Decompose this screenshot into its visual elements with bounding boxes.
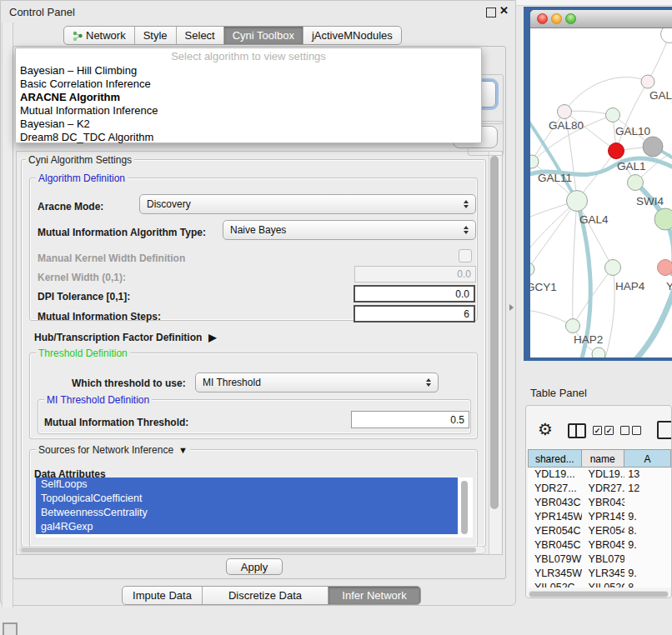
splitter-grip-icon[interactable] <box>509 304 514 311</box>
tab-jactivemnodules[interactable]: jActiveMNodules <box>303 27 401 44</box>
node-gray[interactable] <box>643 137 663 157</box>
unchecked-checkbox-icon[interactable] <box>632 426 641 435</box>
node-table: shared... name A YDL19...YDL19...13 YDR2… <box>528 449 671 588</box>
minimize-traffic-light-icon[interactable] <box>551 13 562 24</box>
node-hap2[interactable] <box>566 319 580 333</box>
node-label: HAP4 <box>615 280 645 292</box>
combo-stepper-icon <box>464 226 469 234</box>
tab-network[interactable]: Network <box>64 27 135 44</box>
table-row[interactable]: YBR043CYBR043C <box>528 496 671 510</box>
aracne-mode-label: Aracne Mode: <box>38 201 103 212</box>
node-label: GAL11 <box>538 172 572 184</box>
node-bottom[interactable] <box>592 348 605 358</box>
node-label: GAL1 <box>617 160 646 172</box>
mi-steps-field[interactable] <box>354 305 475 322</box>
column-header-partial[interactable]: A <box>624 449 671 468</box>
dropdown-option[interactable]: Dream8 DC_TDC Algorithm <box>16 131 481 144</box>
table-row[interactable]: YBL079WYBL079W <box>528 552 671 567</box>
combo-stepper-icon <box>464 200 469 208</box>
list-item[interactable]: TopologicalCoefficient <box>36 492 458 506</box>
mi-threshold-field[interactable] <box>351 411 469 428</box>
node-y[interactable] <box>658 260 672 276</box>
collapse-arrow-icon: ▶ <box>208 332 216 343</box>
dpi-tolerance-field[interactable] <box>354 285 475 302</box>
node-unlabeled[interactable] <box>661 28 672 43</box>
node-label: SWI4 <box>636 195 664 208</box>
tab-select[interactable]: Select <box>177 27 224 44</box>
node-label: HAP2 <box>574 333 603 346</box>
table-row[interactable]: YIL052CYIL052C8 <box>528 581 671 588</box>
node-gal80[interactable] <box>558 105 572 119</box>
close-traffic-light-icon[interactable] <box>537 13 548 24</box>
tab-style[interactable]: Style <box>135 27 177 44</box>
node-selected-red[interactable] <box>609 143 624 159</box>
list-scrollbar-thumb[interactable] <box>461 481 468 534</box>
column-header-name[interactable]: name <box>582 449 624 468</box>
node-label: GAL10 <box>615 125 650 138</box>
node-gal4[interactable] <box>567 191 588 212</box>
table-row[interactable]: YBR045CYBR045C9. <box>528 538 671 552</box>
node-gal1[interactable] <box>628 175 644 191</box>
tab-impute-data[interactable]: Impute Data <box>123 587 203 604</box>
hub-section-toggle[interactable]: Hub/Transcription Factor Definition▶ <box>34 332 217 343</box>
kernel-width-field[interactable] <box>354 266 476 282</box>
which-threshold-label: Which threshold to use: <box>72 378 186 389</box>
network-canvas[interactable]: GAL8 GAL80 GAL10 GAL1 SWI4 GAL11 GAL4 GC… <box>530 28 672 358</box>
apply-button[interactable]: Apply <box>226 558 283 575</box>
mi-type-combobox[interactable]: Naive Bayes <box>223 220 476 240</box>
node-label: GAL80 <box>549 119 584 132</box>
table-hscrollbar-thumb[interactable] <box>529 592 668 597</box>
dropdown-option[interactable]: Basic Correlation Inference <box>16 78 481 91</box>
split-columns-icon[interactable] <box>568 423 586 438</box>
table-panel: ⚙ ✓ ✓ shared... name A YDL19...YDL19...1… <box>525 405 672 598</box>
table-row[interactable]: YDL19...YDL19...13 <box>528 468 671 482</box>
mi-threshold-group-title: MI Threshold Definition <box>44 394 152 406</box>
list-item[interactable]: SelfLoops <box>36 478 458 492</box>
node-swi4[interactable] <box>654 208 672 230</box>
dropdown-option[interactable]: Bayesian – K2 <box>16 118 481 131</box>
dropdown-option[interactable]: Bayesian – Hill Climbing <box>16 64 481 78</box>
table-row[interactable]: YLR345WYLR345W9. <box>528 567 671 581</box>
page-icon[interactable] <box>657 421 672 439</box>
checked-checkbox-icon[interactable]: ✓ <box>593 426 602 435</box>
algorithm-definition-title: Algorithm Definition <box>36 172 128 184</box>
panel-grip-icon[interactable] <box>3 622 18 635</box>
tab-discretize-data[interactable]: Discretize Data <box>203 587 328 604</box>
dropdown-option[interactable]: Mutual Information Inference <box>16 104 481 118</box>
checked-checkbox-icon[interactable]: ✓ <box>604 426 614 435</box>
manual-kernel-checkbox[interactable] <box>459 249 472 262</box>
algorithm-dropdown-popup: Select algorithm to view settings Bayesi… <box>15 48 482 143</box>
node-gal10[interactable] <box>606 108 620 122</box>
close-icon[interactable]: ✕ <box>499 4 509 17</box>
node-label: GAL8 <box>649 89 672 102</box>
manual-kernel-label: Manual Kernel Width Definition <box>38 252 185 264</box>
tab-cyni-toolbox[interactable]: Cyni Toolbox <box>224 27 303 44</box>
table-row[interactable]: YDR27...YDR27...12 <box>528 482 671 496</box>
sources-group-title[interactable]: Sources for Network Inference▼ <box>36 444 190 456</box>
list-item[interactable]: BetweennessCentrality <box>36 506 458 520</box>
float-window-icon[interactable] <box>486 8 496 18</box>
network-window-titlebar[interactable] <box>530 10 672 28</box>
gear-icon[interactable]: ⚙ <box>538 419 553 439</box>
unchecked-checkbox-icon[interactable] <box>620 426 629 435</box>
combo-stepper-icon <box>426 378 431 387</box>
list-item[interactable]: gal4RGexp <box>36 520 458 534</box>
tab-infer-network[interactable]: Infer Network <box>328 587 420 604</box>
node-gcy1[interactable] <box>530 262 534 276</box>
settings-scrollbar-thumb[interactable] <box>490 156 499 509</box>
dropdown-option-selected[interactable]: ARACNE Algorithm <box>16 91 481 104</box>
node-label: GAL4 <box>579 213 609 226</box>
which-threshold-combobox[interactable]: MI Threshold <box>195 372 439 392</box>
column-header-shared-name[interactable]: shared... <box>528 449 582 468</box>
aracne-mode-combobox[interactable]: Discovery <box>139 194 476 214</box>
network-view-frame: GAL8 GAL80 GAL10 GAL1 SWI4 GAL11 GAL4 GC… <box>524 7 672 361</box>
node-hap4[interactable] <box>605 260 621 276</box>
horizontal-scrollbar-thumb[interactable] <box>21 548 476 552</box>
table-row[interactable]: YER054CYER054C8. <box>528 524 671 538</box>
node-gal-top[interactable] <box>641 75 654 88</box>
threshold-definition-title: Threshold Definition <box>36 348 130 359</box>
highlighted-edges <box>530 122 672 358</box>
table-row[interactable]: YPR145WYPR145W9. <box>528 510 671 524</box>
zoom-traffic-light-icon[interactable] <box>565 13 576 24</box>
network-window: GAL8 GAL80 GAL10 GAL1 SWI4 GAL11 GAL4 GC… <box>530 10 672 358</box>
